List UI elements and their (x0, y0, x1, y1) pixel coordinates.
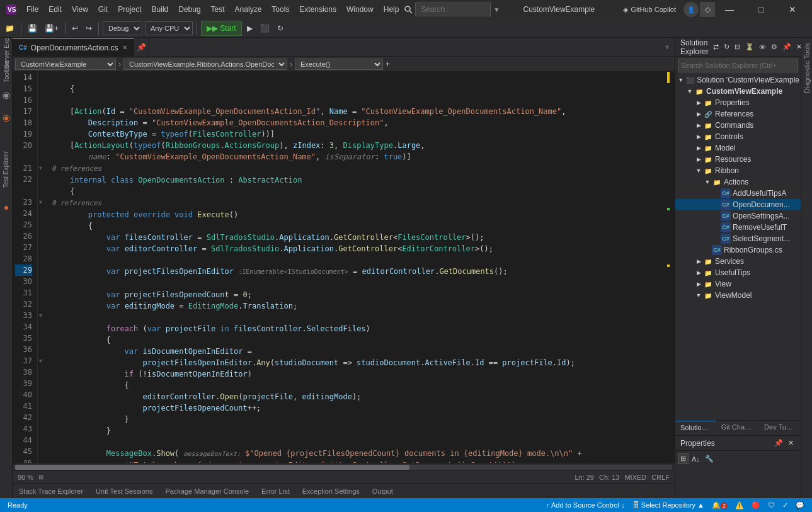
tree-ribbon[interactable]: ▼ 📁 Ribbon (675, 165, 801, 176)
toolbox-icon[interactable]: Toolbox (1, 67, 11, 77)
collapse-33[interactable]: ▼ (38, 310, 47, 321)
sol-close-btn[interactable]: ✕ (794, 42, 801, 52)
menu-tools[interactable]: Tools (266, 3, 294, 16)
redo-btn[interactable]: ↪ (83, 21, 94, 36)
status-select-repo[interactable]: 🗄 Select Repository ▲ (630, 501, 707, 509)
restart-btn[interactable]: ↻ (275, 21, 286, 36)
prop-pin-btn[interactable]: 📌 (772, 438, 785, 448)
minimize-button[interactable]: — (715, 0, 744, 19)
undo-btn[interactable]: ↩ (69, 21, 81, 36)
user-avatar[interactable]: 👤 (683, 2, 699, 17)
encoding-info[interactable]: MIXED (624, 474, 646, 481)
menu-debug[interactable]: Debug (173, 3, 205, 16)
tab-package-manager[interactable]: Package Manager Console (159, 485, 255, 498)
pin-tab-btn[interactable]: 📌 (134, 38, 149, 56)
tree-commands[interactable]: ▶ 📁 Commands (675, 120, 801, 131)
tree-resources[interactable]: ▶ 📁 Resources (675, 154, 801, 165)
test-explorer-label[interactable]: Test Explorer (3, 149, 9, 190)
class-nav-dropdown[interactable]: CustomViewExample.Ribbon.Actions.OpenDoc… (123, 59, 287, 70)
tab-close-btn[interactable]: ✕ (122, 44, 127, 51)
search-input[interactable] (415, 3, 491, 16)
h-scrollbar-thumb[interactable] (15, 465, 409, 470)
collapse-23[interactable]: ▼ (38, 196, 47, 208)
h-scrollbar-track[interactable] (15, 465, 672, 470)
menu-file[interactable]: File (21, 3, 43, 16)
tree-actions[interactable]: ▼ 📁 Actions (675, 176, 801, 188)
status-error-icon[interactable]: 🔴 (749, 501, 763, 509)
method-nav-dropdown[interactable]: Execute() (295, 59, 383, 70)
menu-analyze[interactable]: Analyze (230, 3, 267, 16)
tree-solution[interactable]: ▼ ⬛ Solution 'CustomViewExample (675, 74, 801, 86)
prop-close-btn[interactable]: ✕ (786, 438, 796, 448)
attach-btn[interactable]: ▶ (244, 21, 255, 36)
close-button[interactable]: ✕ (778, 0, 807, 19)
menu-git[interactable]: Git (93, 3, 113, 16)
project-nav-dropdown[interactable]: CustomViewExample (15, 59, 116, 70)
sol-tab-git[interactable]: Git Chan... (716, 421, 759, 435)
sol-pending-btn[interactable]: ⏳ (743, 42, 756, 52)
menu-edit[interactable]: Edit (43, 3, 67, 16)
new-tab-btn[interactable]: + (660, 38, 675, 56)
menu-window[interactable]: Window (341, 3, 379, 16)
status-feedback-icon[interactable]: 💬 (793, 501, 807, 509)
status-notifications[interactable]: 🔔2 (709, 501, 730, 509)
menu-project[interactable]: Project (113, 3, 146, 16)
tree-references[interactable]: ▶ 🔗 References (675, 108, 801, 120)
expand-nav-btn[interactable]: + (384, 59, 391, 70)
sol-tab-solution[interactable]: Solution... (675, 421, 716, 435)
horizontal-scrollbar[interactable] (13, 463, 675, 470)
tab-output[interactable]: Output (366, 485, 399, 498)
tree-opendocuments[interactable]: C# OpenDocumen... (675, 199, 801, 210)
tree-properties[interactable]: ▶ 📁 Properties (675, 97, 801, 108)
tree-removeuseful[interactable]: C# RemoveUsefulT (675, 222, 801, 233)
config-dropdown[interactable]: Debug (103, 21, 142, 35)
start-btn[interactable]: ▶ ▶ Start (201, 21, 242, 36)
tab-error-list[interactable]: Error List (255, 485, 296, 498)
status-warning-icon[interactable]: ⚠️ (733, 501, 746, 509)
tree-adduseful[interactable]: C# AddUsefulTipsA (675, 188, 801, 199)
tree-controls[interactable]: ▶ 📁 Controls (675, 131, 801, 142)
tree-selectsegment[interactable]: C# SelectSegment... (675, 233, 801, 244)
prop-grid-btn[interactable]: ⊞ (678, 453, 689, 464)
tree-model[interactable]: ▶ 📁 Model (675, 142, 801, 154)
sol-collapse-btn[interactable]: ⊟ (733, 42, 742, 52)
line-endings-info[interactable]: CRLF (651, 474, 670, 481)
zoom-level[interactable]: 98 % (18, 474, 33, 481)
tree-view[interactable]: ▶ 📁 View (675, 278, 801, 290)
status-checkmark-icon[interactable]: ✓ (780, 501, 791, 509)
sol-pin-btn[interactable]: 📌 (781, 42, 793, 52)
sol-settings-btn[interactable]: ⚙ (769, 42, 779, 52)
sol-view-btn[interactable]: 👁 (757, 42, 768, 52)
save-all-btn[interactable]: 💾+ (42, 21, 61, 36)
menu-view[interactable]: View (67, 3, 93, 16)
collapse-14[interactable] (38, 72, 47, 83)
tree-ribbongroups[interactable]: C# RibbonGroups.cs (675, 244, 801, 256)
tree-project[interactable]: ▼ 📁 CustomViewExample (675, 86, 801, 97)
save-btn[interactable]: 💾 (25, 21, 40, 36)
rewards-icon[interactable]: ◇ (700, 2, 715, 17)
prop-sort-btn[interactable]: A↓ (690, 453, 702, 464)
solution-search-input[interactable] (678, 59, 798, 72)
maximize-button[interactable]: □ (746, 0, 775, 19)
new-project-btn[interactable]: 📁 (3, 21, 17, 36)
tree-opensettings[interactable]: C# OpenSettingsA... (675, 210, 801, 222)
github-copilot-btn[interactable]: ◈ GitHub Copilot (618, 6, 681, 14)
menu-help[interactable]: Help (379, 3, 404, 16)
collapse-37[interactable]: ▼ (38, 355, 47, 367)
tree-viewmodel[interactable]: ▼ 📁 ViewModel (675, 290, 801, 301)
prop-wrench-btn[interactable]: 🔧 (703, 453, 716, 464)
sol-tab-dev-tunnel[interactable]: Dev Tun... (759, 421, 801, 435)
tree-usefultips[interactable]: ▶ 📁 UsefulTips (675, 267, 801, 278)
status-shield-icon[interactable]: 🛡 (765, 501, 777, 509)
tab-open-documents-action[interactable]: C# OpenDocumentsAction.cs ✕ (13, 38, 134, 56)
status-source-control[interactable]: ↑ Add to Source Control ↓ (544, 501, 627, 509)
sol-refresh-btn[interactable]: ↻ (722, 42, 731, 52)
server-explorer-icon[interactable]: Server Explorer (1, 42, 11, 52)
sol-sync-btn[interactable]: ⇄ (711, 42, 721, 52)
collapse-21[interactable]: ▼ (38, 162, 47, 174)
platform-dropdown[interactable]: Any CPU (145, 21, 193, 35)
code-content[interactable]: { [Action(Id = "CustomViewExample_OpenDo… (47, 72, 667, 463)
stop-btn[interactable]: ⬛ (258, 21, 272, 36)
diagnostic-tools-label[interactable]: Diagnostic Tools (802, 38, 812, 98)
tab-exception-settings[interactable]: Exception Settings (296, 485, 366, 498)
